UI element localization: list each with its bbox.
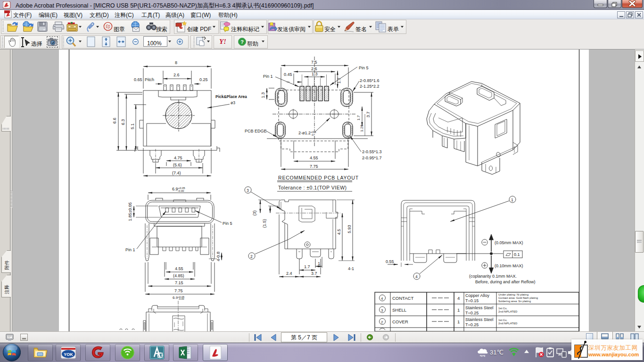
svg-text:7.5: 7.5 [311, 60, 317, 65]
svg-text:2: 2 [250, 254, 253, 259]
svg-text:www.wanjiayou.com: www.wanjiayou.com [588, 352, 639, 357]
svg-text:(7.4): (7.4) [172, 171, 181, 175]
svg-text:Stainless Steel: Stainless Steel [465, 317, 494, 322]
svg-text:PCB EDGE: PCB EDGE [245, 129, 267, 133]
svg-text:YOK: YOK [64, 352, 73, 357]
svg-text:5.1: 5.1 [130, 123, 135, 130]
svg-text:注释: 注释 [4, 285, 9, 294]
svg-text:Before, during and after R: Before, during and after Reflow) [475, 280, 536, 284]
svg-text:(4.85): (4.85) [173, 273, 184, 278]
svg-text:7.75: 7.75 [174, 288, 183, 293]
svg-text:8: 8 [175, 60, 177, 65]
svg-text:1: 1 [457, 307, 460, 313]
svg-text:4: 4 [381, 296, 383, 301]
svg-text:2-0.95*1.7: 2-0.95*1.7 [362, 156, 382, 160]
svg-text:CONTACT: CONTACT [392, 296, 413, 301]
svg-text:附件: 附件 [4, 260, 9, 270]
svg-text:T=0.15: T=0.15 [465, 298, 479, 303]
svg-text:Pitch: Pitch [145, 77, 154, 82]
svg-text:(3): (3) [252, 210, 257, 215]
svg-text:2-0.55*1.3: 2-0.55*1.3 [362, 149, 382, 154]
svg-text:RECOMMENDED PCB LAYOUT: RECOMMENDED PCB LAYOUT [278, 175, 359, 181]
svg-text:印: 印 [106, 24, 110, 29]
svg-text:Pin 5: Pin 5 [223, 221, 232, 226]
svg-text:(coplanarity 0.1mm MAX.: (coplanarity 0.1mm MAX. [469, 274, 517, 279]
svg-text:1.7: 1.7 [304, 264, 310, 269]
svg-text:1.7: 1.7 [337, 78, 341, 84]
svg-text:2-1.25*2.2: 2-1.25*2.2 [360, 84, 380, 89]
svg-text:Pin 1: Pin 1 [125, 247, 135, 252]
svg-text:T=0.25: T=0.25 [465, 322, 479, 327]
svg-text:(5.6): (5.6) [173, 163, 182, 167]
svg-text:6.9+0.05-0.00: 6.9+0.05-0.00 [173, 296, 184, 301]
svg-text:3: 3 [381, 308, 383, 313]
svg-text:0.45: 0.45 [284, 72, 292, 77]
svg-text:0.65: 0.65 [134, 77, 142, 82]
svg-text:深圳万家友加工网: 深圳万家友加工网 [588, 345, 638, 351]
svg-text:SHELL: SHELL [392, 307, 406, 313]
svg-text:Under plating: Ni plating: Under plating: Ni plating [498, 293, 528, 296]
svg-text:4.75: 4.75 [174, 156, 182, 160]
svg-text:4.5: 4.5 [337, 229, 341, 235]
svg-text:3: 3 [247, 188, 249, 193]
svg-text:Pin 1: Pin 1 [263, 74, 273, 79]
svg-text:1.3: 1.3 [312, 72, 318, 76]
svg-text:(0.05mm MAX): (0.05mm MAX) [495, 240, 523, 245]
svg-text:1: 1 [457, 319, 460, 324]
svg-text:7.15: 7.15 [175, 280, 183, 285]
svg-text:COVER: COVER [392, 319, 408, 324]
svg-text:ø3: ø3 [231, 100, 235, 105]
svg-text:4: 4 [457, 296, 460, 301]
svg-text:0.1: 0.1 [514, 252, 520, 257]
svg-text:4.55: 4.55 [310, 156, 318, 160]
svg-text:6.9+0.05-0.00: 6.9+0.05-0.00 [172, 187, 185, 192]
svg-text:Copper Alloy: Copper Alloy [465, 293, 490, 298]
svg-text:1.3: 1.3 [261, 92, 265, 99]
svg-text:1.25: 1.25 [360, 124, 364, 132]
svg-text:1: 1 [511, 197, 513, 202]
svg-text:4.55: 4.55 [175, 266, 183, 271]
svg-text:4: 4 [415, 274, 418, 279]
svg-text:2.4: 2.4 [286, 271, 292, 276]
svg-text:2: 2 [381, 320, 383, 324]
svg-text:Pick&Place Area: Pick&Place Area [215, 94, 247, 99]
svg-text:4-1: 4-1 [348, 266, 354, 271]
svg-text:(0.10mm MAX): (0.10mm MAX) [495, 263, 523, 268]
svg-text:6.3: 6.3 [121, 119, 125, 125]
svg-text:1: 1 [318, 261, 320, 266]
svg-text:3.7: 3.7 [366, 112, 371, 118]
svg-text:T=0.25: T=0.25 [465, 311, 479, 315]
svg-text:5.93: 5.93 [347, 225, 352, 233]
svg-text:6.6: 6.6 [112, 118, 117, 124]
svg-text:Pin 5: Pin 5 [359, 66, 369, 70]
svg-text:Contact area: Gold flash p: Contact area: Gold flash plating [498, 296, 538, 299]
svg-text:7.75: 7.75 [310, 164, 318, 169]
svg-text:Soldering area: Sn plating: Soldering area: Sn plating [498, 300, 531, 303]
svg-text:1.85±0.05: 1.85±0.05 [128, 202, 132, 221]
svg-text:(1.5): (1.5) [262, 219, 267, 228]
svg-text:1st:Cu,: 1st:Cu, [498, 307, 507, 310]
svg-text:2nd:NiPLATED: 2nd:NiPLATED [498, 322, 518, 325]
svg-text:2.6: 2.6 [173, 73, 180, 77]
svg-text:1.7: 1.7 [356, 115, 361, 121]
svg-text:0.25: 0.25 [199, 77, 208, 82]
svg-text:0.55: 0.55 [386, 259, 394, 264]
svg-text:2.6: 2.6 [311, 66, 317, 71]
svg-text:?: ? [240, 39, 244, 45]
svg-text:2-0.85*1.6: 2-0.85*1.6 [360, 78, 380, 83]
svg-text:2-ø1.2+0.1-0: 2-ø1.2+0.1-0 [298, 131, 317, 136]
svg-text:Tolerance : ±0.1(TOP VIEW): Tolerance : ±0.1(TOP VIEW) [278, 185, 347, 190]
svg-text:2nd:NiPLATED: 2nd:NiPLATED [498, 310, 518, 313]
svg-text:3.7: 3.7 [311, 271, 317, 276]
svg-text:1st:Cu,: 1st:Cu, [498, 319, 507, 321]
svg-text:4-0.8: 4-0.8 [216, 252, 221, 262]
svg-text:Stainless Steel: Stainless Steel [465, 305, 494, 310]
